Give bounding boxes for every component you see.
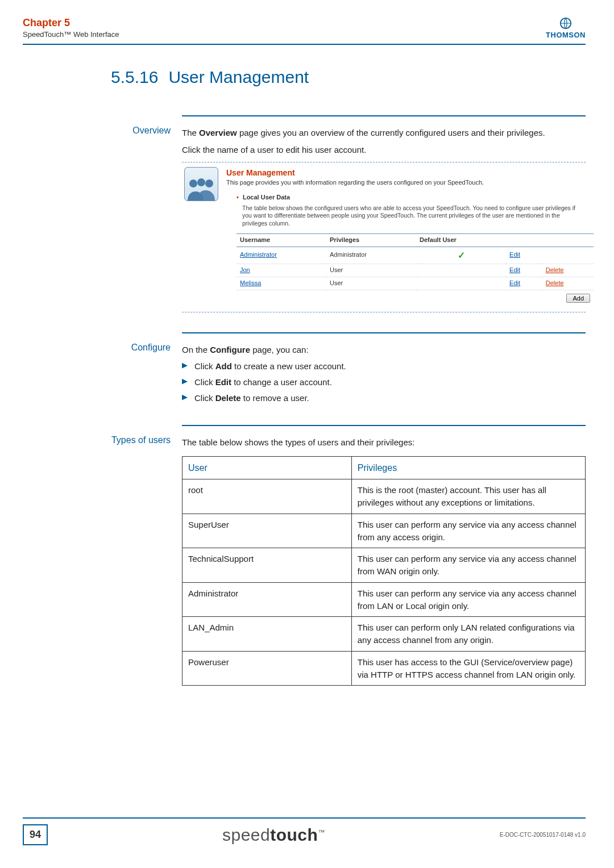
arrow-icon: ▶ xyxy=(182,360,188,373)
user-link[interactable]: Melissa xyxy=(240,279,261,286)
table-row: LAN_AdminThis user can perform only LAN … xyxy=(182,617,586,652)
chapter-subtitle: SpeedTouch™ Web Interface xyxy=(23,30,119,39)
users-table: Username Privileges Default User Adminis… xyxy=(237,233,594,305)
user-link[interactable]: Administrator xyxy=(240,251,277,258)
embed-bullet-label: Local User Data xyxy=(237,193,583,202)
svg-point-3 xyxy=(205,180,213,187)
chapter-label: Chapter 5 xyxy=(23,17,119,29)
overview-block: Overview The Overview page gives you an … xyxy=(23,115,586,315)
section-number: 5.5.16 xyxy=(111,68,158,87)
check-icon: ✓ xyxy=(416,247,506,264)
table-row: Melissa User Edit Delete xyxy=(237,277,594,290)
section-heading: 5.5.16 User Management xyxy=(111,68,586,87)
document-id: E-DOC-CTC-20051017-0148 v1.0 xyxy=(500,832,586,838)
delete-link[interactable]: Delete xyxy=(546,266,564,273)
globe-icon xyxy=(546,17,586,30)
privileges-table: User Privileges rootThis is the root (ma… xyxy=(182,456,586,686)
section-title: User Management xyxy=(168,68,309,87)
logo-text: THOMSON xyxy=(546,31,586,39)
page-footer: 94 speedtouch™ E-DOC-CTC-20051017-0148 v… xyxy=(23,817,586,845)
table-row: SuperUserThis user can perform any servi… xyxy=(182,514,586,548)
users-icon xyxy=(184,167,218,201)
embed-subtitle: This page provides you with information … xyxy=(226,178,583,187)
arrow-icon: ▶ xyxy=(182,392,188,404)
overview-label: Overview xyxy=(23,115,182,315)
table-row: rootThis is the root (master) account. T… xyxy=(182,479,586,514)
delete-link[interactable]: Delete xyxy=(546,279,564,286)
priv-cell: User xyxy=(326,277,416,290)
svg-point-1 xyxy=(189,180,197,187)
user-link[interactable]: Jon xyxy=(240,266,250,273)
types-intro: The table below shows the types of users… xyxy=(182,436,586,449)
embed-description: The table below shows the configured use… xyxy=(242,205,583,228)
overview-paragraph-2: Click the name of a user to edit his use… xyxy=(182,144,586,156)
thomson-logo: THOMSON xyxy=(546,17,586,39)
types-label: Types of users xyxy=(23,425,182,686)
add-button[interactable]: Add xyxy=(566,294,590,303)
list-item: ▶ Click Edit to change a user account. xyxy=(182,376,586,389)
table-row: AdministratorThis user can perform any s… xyxy=(182,582,586,617)
edit-link[interactable]: Edit xyxy=(509,279,520,286)
table-row: Administrator Administrator ✓ Edit xyxy=(237,247,594,264)
priv-cell: Administrator xyxy=(326,247,416,264)
configure-label: Configure xyxy=(23,332,182,408)
list-item: ▶ Click Delete to remove a user. xyxy=(182,392,586,404)
th-priv: Privileges xyxy=(351,457,585,479)
th-user: User xyxy=(182,457,352,479)
table-row: TechnicalSupportThis user can perform an… xyxy=(182,548,586,583)
arrow-icon: ▶ xyxy=(182,376,188,389)
list-item: ▶ Click Add to create a new user account… xyxy=(182,360,586,373)
col-privileges: Privileges xyxy=(326,233,416,247)
edit-link[interactable]: Edit xyxy=(509,251,520,258)
configure-block: Configure On the Configure page, you can… xyxy=(23,332,586,408)
table-row: PoweruserThis user has access to the GUI… xyxy=(182,651,586,686)
edit-link[interactable]: Edit xyxy=(509,266,520,273)
table-row: Jon User Edit Delete xyxy=(237,264,594,277)
configure-list: ▶ Click Add to create a new user account… xyxy=(182,360,586,404)
col-default: Default User xyxy=(416,233,506,247)
types-block: Types of users The table below shows the… xyxy=(23,425,586,686)
page-header: Chapter 5 SpeedTouch™ Web Interface THOM… xyxy=(23,17,586,45)
brand-logo: speedtouch™ xyxy=(222,825,325,845)
svg-point-2 xyxy=(197,178,205,186)
embed-title: User Management xyxy=(226,167,583,178)
overview-paragraph-1: The Overview page gives you an overview … xyxy=(182,127,586,139)
col-username: Username xyxy=(237,233,326,247)
priv-cell: User xyxy=(326,264,416,277)
embedded-screenshot: User Management This page provides you w… xyxy=(182,162,586,312)
configure-intro: On the Configure page, you can: xyxy=(182,344,586,356)
page-number: 94 xyxy=(23,824,48,845)
